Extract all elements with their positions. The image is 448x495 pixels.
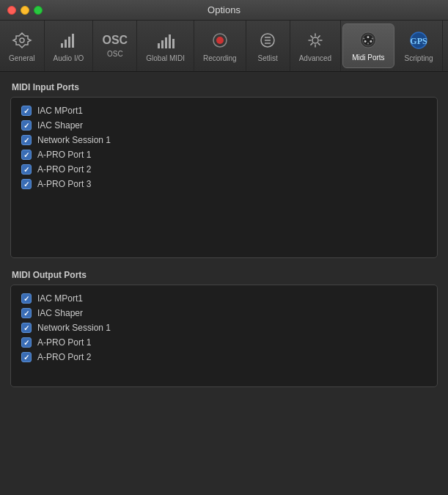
svg-point-20 [364,40,367,43]
port-name: IAC Shaper [37,308,83,318]
toolbar: General Audio I/O OSC OSC Global MIDI [0,21,448,72]
port-checkbox[interactable] [21,106,32,116]
port-checkbox[interactable] [21,323,32,333]
maximize-button[interactable] [34,6,43,15]
svg-rect-2 [65,40,67,48]
port-name: IAC Shaper [37,120,83,131]
port-name: Network Session 1 [37,323,111,333]
port-checkbox[interactable] [21,293,32,304]
tab-audio-io[interactable]: Audio I/O [45,21,94,71]
port-name: A-PRO Port 2 [37,164,91,175]
traffic-lights [7,6,43,15]
tab-global-midi[interactable]: Global MIDI [137,21,194,71]
svg-point-0 [20,38,24,43]
svg-point-24 [367,43,369,44]
port-name: A-PRO Port 3 [37,179,91,189]
svg-text:GPS: GPS [410,36,427,46]
midi-input-section: MIDI Input Ports IAC MPort1 IAC Shaper N… [10,82,438,258]
tab-general[interactable]: General [0,21,45,71]
tab-osc[interactable]: OSC OSC [93,21,137,71]
port-checkbox[interactable] [21,179,32,189]
midi-input-port-item[interactable]: Network Session 1 [14,133,434,147]
global-midi-icon [155,30,176,51]
port-checkbox[interactable] [21,150,32,160]
svg-point-11 [216,37,224,44]
tab-audio-io-label: Audio I/O [54,54,84,62]
svg-rect-5 [158,43,160,48]
port-checkbox[interactable] [21,135,32,145]
svg-point-21 [370,40,372,43]
scripting-icon: GPS [408,30,429,51]
midi-input-port-list: IAC MPort1 IAC Shaper Network Session 1 … [10,97,438,258]
port-name: A-PRO Port 2 [37,352,91,362]
midi-input-port-item[interactable]: IAC Shaper [14,118,434,133]
svg-rect-7 [165,37,167,48]
tab-midi-ports-label: Midi Ports [352,54,384,62]
midi-output-port-item[interactable]: A-PRO Port 1 [14,335,434,350]
midi-input-title: MIDI Input Ports [10,82,438,92]
port-name: IAC MPort1 [37,293,83,304]
port-checkbox[interactable] [21,120,32,131]
tab-advanced[interactable]: Advanced [290,21,341,71]
tab-scripting-label: Scripting [405,54,433,62]
port-name: Network Session 1 [37,135,111,145]
osc-icon: OSC [102,34,128,46]
advanced-icon [305,30,326,51]
svg-rect-4 [72,34,74,48]
svg-point-19 [367,36,370,38]
midi-output-title: MIDI Output Ports [10,270,438,280]
port-name: A-PRO Port 1 [37,337,91,348]
midi-input-port-item[interactable]: A-PRO Port 3 [14,177,434,191]
close-button[interactable] [7,6,16,15]
svg-point-22 [363,37,364,39]
tab-recording-label: Recording [203,54,237,62]
audio-io-icon [58,30,78,51]
midi-output-port-item[interactable]: IAC Shaper [14,306,434,320]
tab-scripting[interactable]: GPS Scripting [396,21,443,71]
general-icon [12,30,32,51]
midi-input-port-item[interactable]: IAC MPort1 [14,103,434,118]
svg-rect-6 [161,40,164,48]
title-bar: Options [0,0,448,21]
tab-setlist[interactable]: Setlist [246,21,290,71]
minimize-button[interactable] [21,6,29,15]
svg-rect-9 [172,39,175,48]
tab-recording[interactable]: Recording [194,21,246,71]
main-content: MIDI Input Ports IAC MPort1 IAC Shaper N… [0,72,448,495]
midi-output-port-item[interactable]: IAC MPort1 [14,291,434,306]
port-name: A-PRO Port 1 [37,150,91,160]
midi-output-section: MIDI Output Ports IAC MPort1 IAC Shaper … [10,270,438,387]
tab-general-label: General [9,54,35,62]
recording-icon [210,30,230,51]
midi-input-port-item[interactable]: A-PRO Port 2 [14,162,434,177]
port-checkbox[interactable] [21,308,32,318]
tab-global-midi-label: Global MIDI [146,54,185,62]
midi-input-port-item[interactable]: A-PRO Port 1 [14,147,434,162]
svg-rect-3 [68,37,70,48]
svg-point-23 [372,37,373,39]
midi-ports-icon [358,30,378,50]
midi-output-port-list: IAC MPort1 IAC Shaper Network Session 1 … [10,285,438,387]
tab-setlist-label: Setlist [258,54,278,62]
midi-output-port-item[interactable]: Network Session 1 [14,320,434,335]
svg-rect-1 [61,43,63,48]
tab-osc-label: OSC [107,50,123,58]
tab-midi-ports[interactable]: Midi Ports [342,23,394,68]
tab-advanced-label: Advanced [299,54,331,62]
setlist-icon [257,30,278,51]
window-title: Options [208,4,240,15]
svg-point-16 [312,37,318,43]
svg-rect-8 [169,34,171,48]
port-checkbox[interactable] [21,164,32,175]
port-name: IAC MPort1 [37,106,83,116]
port-checkbox[interactable] [21,352,32,362]
port-checkbox[interactable] [21,337,32,348]
midi-output-port-item[interactable]: A-PRO Port 2 [14,350,434,364]
